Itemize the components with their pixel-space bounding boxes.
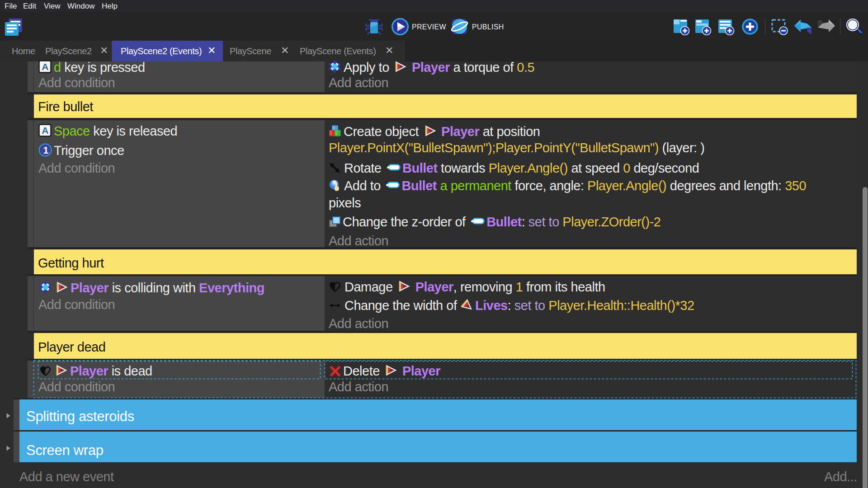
- svg-text:1: 1: [43, 145, 48, 156]
- svg-text:A: A: [42, 61, 48, 72]
- svg-text:A: A: [42, 125, 48, 136]
